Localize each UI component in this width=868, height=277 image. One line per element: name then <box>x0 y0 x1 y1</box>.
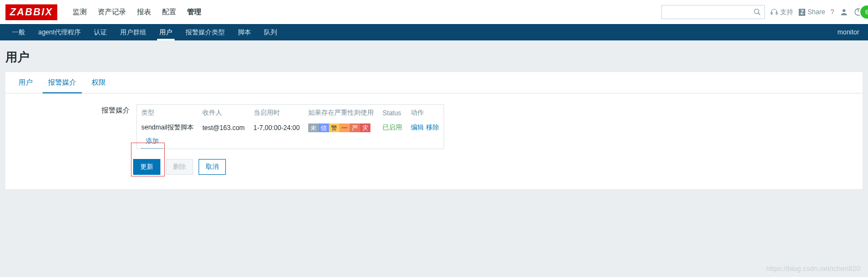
severity-information: 信 <box>319 123 329 132</box>
subnav-queue[interactable]: 队列 <box>258 24 284 40</box>
cell-actions: 编辑 移除 <box>406 121 443 134</box>
svg-point-0 <box>755 9 759 14</box>
severity-warning: 警 <box>329 123 339 132</box>
nav-reports[interactable]: 报表 <box>131 0 157 24</box>
severity-not-classified: 未 <box>308 123 319 132</box>
share-label: Share <box>807 8 825 16</box>
cancel-button[interactable]: 取消 <box>199 159 226 175</box>
tab-media[interactable]: 报警媒介 <box>40 72 84 93</box>
th-sendto: 收件人 <box>198 105 249 121</box>
brand-logo[interactable]: ZABBIX <box>5 4 57 20</box>
th-when: 当启用时 <box>249 105 304 121</box>
tab-permissions[interactable]: 权限 <box>84 72 113 93</box>
sub-nav: 一般 agent代理程序 认证 用户群组 用户 报警媒介类型 脚本 队列 mon… <box>0 24 868 40</box>
support-link[interactable]: 支持 <box>770 8 793 17</box>
svg-line-1 <box>758 13 761 15</box>
cell-type: sendmail报警脚本 <box>137 121 198 134</box>
zabbix-z-icon: Z <box>799 9 805 16</box>
headset-icon <box>770 8 778 16</box>
severity-average: 一 <box>339 123 350 132</box>
subnav-scripts[interactable]: 脚本 <box>231 24 258 40</box>
th-action: 动作 <box>406 105 443 121</box>
page-title: 用户 <box>0 40 868 72</box>
subnav-user-groups[interactable]: 用户群组 <box>113 24 153 40</box>
subnav-media-types[interactable]: 报警媒介类型 <box>179 24 231 40</box>
search-box[interactable] <box>661 5 765 19</box>
subnav-authentication[interactable]: 认证 <box>87 24 113 40</box>
update-button[interactable]: 更新 <box>133 159 160 175</box>
support-label: 支持 <box>780 8 793 17</box>
help-link[interactable]: ? <box>830 8 834 16</box>
th-status: Status <box>378 105 406 121</box>
svg-point-4 <box>842 9 845 12</box>
media-edit-link[interactable]: 编辑 <box>411 123 424 131</box>
media-form-label: 报警媒介 <box>11 104 136 175</box>
nav-configuration[interactable]: 配置 <box>157 0 182 24</box>
user-tabs: 用户 报警媒介 权限 <box>5 72 863 93</box>
search-icon[interactable] <box>753 8 761 16</box>
cell-status: 已启用 <box>378 121 406 134</box>
nav-administration[interactable]: 管理 <box>182 0 207 24</box>
th-type: 类型 <box>137 105 198 121</box>
cell-sendto: test@163.com <box>198 121 249 134</box>
nav-inventory[interactable]: 资产记录 <box>92 0 131 24</box>
delete-button: 删除 <box>166 159 193 175</box>
share-link[interactable]: Z Share <box>799 8 825 16</box>
severity-high: 严 <box>350 123 360 132</box>
severity-disaster: 灾 <box>360 123 370 132</box>
media-table: 类型 收件人 当启用时 如果存在严重性则使用 Status 动作 sendmai… <box>137 105 444 134</box>
cell-severity: 未信警一严灾 <box>304 121 378 134</box>
subnav-general[interactable]: 一般 <box>5 24 32 40</box>
nav-monitoring[interactable]: 监测 <box>67 0 92 24</box>
svg-rect-2 <box>771 13 772 14</box>
cell-when: 1-7,00:00-24:00 <box>249 121 304 134</box>
main-nav: 监测 资产记录 报表 配置 管理 <box>67 0 207 24</box>
media-row: sendmail报警脚本 test@163.com 1-7,00:00-24:0… <box>137 121 444 134</box>
subnav-right-label: monitor <box>837 28 863 36</box>
media-remove-link[interactable]: 移除 <box>426 123 439 131</box>
th-severity: 如果存在严重性则使用 <box>304 105 378 121</box>
subnav-users[interactable]: 用户 <box>153 24 179 40</box>
tab-user[interactable]: 用户 <box>11 72 40 93</box>
user-icon[interactable] <box>840 8 848 16</box>
subnav-proxies[interactable]: agent代理程序 <box>32 24 87 40</box>
search-input[interactable] <box>665 8 753 16</box>
svg-rect-3 <box>776 13 777 14</box>
media-add-link[interactable]: 添加 <box>141 134 163 149</box>
